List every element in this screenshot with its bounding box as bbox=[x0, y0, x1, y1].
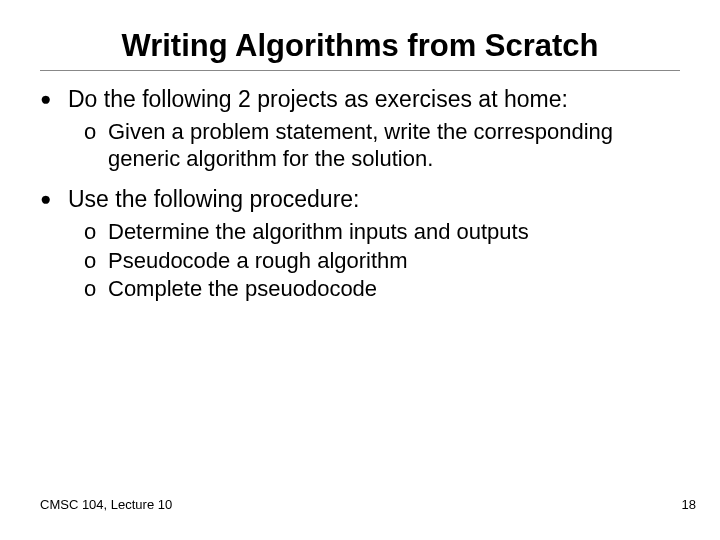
list-item: ● Use the following procedure: bbox=[40, 185, 680, 213]
footer-left: CMSC 104, Lecture 10 bbox=[40, 497, 172, 512]
sub-bullet-icon: o bbox=[84, 248, 108, 275]
sub-list-item-text: Complete the pseuodocode bbox=[108, 276, 680, 303]
slide-title: Writing Algorithms from Scratch bbox=[40, 28, 680, 64]
sub-bullet-icon: o bbox=[84, 119, 108, 173]
slide: Writing Algorithms from Scratch ● Do the… bbox=[0, 0, 720, 540]
list-item-text: Use the following procedure: bbox=[68, 185, 680, 213]
page-number: 18 bbox=[682, 497, 696, 512]
bullet-icon: ● bbox=[40, 185, 68, 213]
sub-list-item-text: Given a problem statement, write the cor… bbox=[108, 119, 680, 173]
sub-list-item-text: Pseudocode a rough algorithm bbox=[108, 248, 680, 275]
title-rule bbox=[40, 70, 680, 71]
sub-bullet-icon: o bbox=[84, 219, 108, 246]
sub-list-item: o Given a problem statement, write the c… bbox=[84, 119, 680, 173]
sub-list-item-text: Determine the algorithm inputs and outpu… bbox=[108, 219, 680, 246]
bullet-icon: ● bbox=[40, 85, 68, 113]
list-item: ● Do the following 2 projects as exercis… bbox=[40, 85, 680, 113]
slide-body: ● Do the following 2 projects as exercis… bbox=[40, 85, 680, 303]
sub-list-item: o Complete the pseuodocode bbox=[84, 276, 680, 303]
sub-bullet-icon: o bbox=[84, 276, 108, 303]
list-item-text: Do the following 2 projects as exercises… bbox=[68, 85, 680, 113]
sub-list-item: o Determine the algorithm inputs and out… bbox=[84, 219, 680, 246]
sub-list-item: o Pseudocode a rough algorithm bbox=[84, 248, 680, 275]
